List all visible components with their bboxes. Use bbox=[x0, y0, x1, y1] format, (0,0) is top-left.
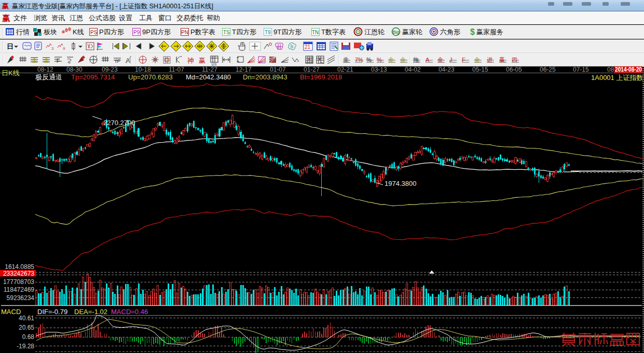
svg-text:进: 进 bbox=[487, 57, 492, 63]
svg-text:赢家轮: 赢家轮 bbox=[402, 28, 422, 36]
svg-text:K线: K线 bbox=[73, 28, 84, 36]
svg-text:P9: P9 bbox=[133, 30, 140, 35]
svg-text:TS: TS bbox=[223, 30, 230, 35]
svg-text:T数字表: T数字表 bbox=[321, 28, 346, 36]
svg-text:赢: 赢 bbox=[499, 57, 505, 63]
svg-text:工具: 工具 bbox=[139, 14, 153, 22]
svg-text:04-23: 04-23 bbox=[439, 66, 455, 73]
svg-text:TN: TN bbox=[312, 30, 319, 35]
svg-text:Dn=2003.8943: Dn=2003.8943 bbox=[243, 73, 287, 81]
svg-text:Md=2042.3480: Md=2042.3480 bbox=[186, 73, 231, 81]
svg-text:01-27: 01-27 bbox=[304, 66, 320, 73]
svg-text:F: F bbox=[57, 58, 60, 64]
svg-text:06-05: 06-05 bbox=[506, 66, 522, 73]
svg-text:09-23: 09-23 bbox=[102, 66, 118, 73]
svg-text:P数字表: P数字表 bbox=[190, 28, 215, 36]
svg-text:MACD=0.46: MACD=0.46 bbox=[111, 308, 148, 316]
svg-text:3: 3 bbox=[51, 46, 54, 51]
svg-text:9P四方形: 9P四方形 bbox=[142, 28, 171, 36]
svg-text:7%: 7% bbox=[355, 57, 363, 63]
svg-text:P四方形: P四方形 bbox=[99, 28, 124, 36]
svg-text:赢: 赢 bbox=[199, 57, 205, 64]
svg-text:01-07: 01-07 bbox=[270, 66, 286, 73]
svg-text:Big: Big bbox=[393, 30, 400, 35]
svg-text:2270.2700: 2270.2700 bbox=[103, 119, 135, 127]
svg-text:韭: 韭 bbox=[343, 57, 349, 63]
svg-text:T9: T9 bbox=[265, 30, 271, 35]
svg-text:赢: 赢 bbox=[2, 2, 9, 10]
svg-text:08-12: 08-12 bbox=[37, 66, 53, 73]
svg-text:05-15: 05-15 bbox=[472, 66, 488, 73]
svg-text:T四方形: T四方形 bbox=[232, 28, 256, 36]
svg-text:日: 日 bbox=[7, 43, 13, 50]
svg-text:%: % bbox=[377, 57, 382, 63]
svg-text:神: 神 bbox=[187, 57, 194, 64]
svg-text:Up=2070.6283: Up=2070.6283 bbox=[128, 73, 173, 81]
svg-text:2014-08-20: 2014-08-20 bbox=[615, 66, 642, 73]
svg-text:9: 9 bbox=[63, 46, 65, 51]
svg-text:Bt=1969.2018: Bt=1969.2018 bbox=[300, 73, 342, 81]
svg-text:交易委托: 交易委托 bbox=[176, 14, 203, 22]
svg-text:07-15: 07-15 bbox=[573, 66, 589, 73]
svg-text:MACD: MACD bbox=[1, 308, 21, 316]
svg-text:": " bbox=[180, 55, 182, 60]
svg-text:Tp=2095.7314: Tp=2095.7314 bbox=[71, 73, 115, 81]
svg-text:1614.0885: 1614.0885 bbox=[5, 263, 34, 270]
svg-text:文件: 文件 bbox=[13, 14, 27, 22]
svg-text:赢家服务: 赢家服务 bbox=[476, 28, 503, 36]
svg-text:11-27: 11-27 bbox=[202, 66, 217, 73]
svg-text:金: 金 bbox=[474, 57, 480, 63]
svg-text:Α: Α bbox=[426, 57, 430, 63]
svg-text:-19.28: -19.28 bbox=[17, 343, 34, 350]
svg-text:06-25: 06-25 bbox=[540, 66, 556, 73]
svg-text:n²: n² bbox=[115, 58, 120, 64]
svg-text:金: 金 bbox=[400, 57, 406, 63]
svg-text:08-30: 08-30 bbox=[66, 66, 83, 73]
svg-text:DIF=-0.79: DIF=-0.79 bbox=[37, 308, 67, 316]
svg-text:金: 金 bbox=[388, 57, 394, 63]
svg-text:赢家江恩专业版[赢家内部服务平台] - [上证指数 SH1: 赢家江恩专业版[赢家内部服务平台] - [上证指数 SH1A0001-251日K… bbox=[12, 3, 213, 10]
svg-text:12-17: 12-17 bbox=[236, 66, 252, 73]
svg-text:DEA=-1.02: DEA=-1.02 bbox=[74, 308, 107, 316]
svg-text:59236234: 59236234 bbox=[7, 294, 35, 302]
svg-text:40.61: 40.61 bbox=[19, 315, 34, 322]
svg-text:公式选股: 公式选股 bbox=[89, 14, 116, 22]
svg-text:1A0001 上证指数: 1A0001 上证指数 bbox=[591, 74, 643, 82]
svg-text:金: 金 bbox=[32, 57, 37, 63]
svg-text:20.65: 20.65 bbox=[19, 324, 34, 331]
svg-text:02-21: 02-21 bbox=[337, 66, 353, 73]
svg-text:极反通道: 极反通道 bbox=[35, 73, 62, 81]
svg-text:21: 21 bbox=[305, 44, 311, 50]
svg-text:帮助: 帮助 bbox=[207, 14, 220, 22]
svg-text:六角形: 六角形 bbox=[440, 28, 460, 36]
svg-text:赢: 赢 bbox=[2, 13, 10, 22]
svg-text:窗口: 窗口 bbox=[158, 14, 172, 22]
svg-text:9T四方形: 9T四方形 bbox=[273, 28, 302, 36]
svg-text:123: 123 bbox=[211, 63, 217, 66]
svg-text:118472469: 118472469 bbox=[4, 286, 35, 293]
svg-text:177708703: 177708703 bbox=[3, 278, 34, 286]
svg-text:PS: PS bbox=[90, 30, 98, 35]
svg-text:金: 金 bbox=[437, 57, 443, 63]
svg-text:板块: 板块 bbox=[44, 28, 57, 36]
svg-text:行情: 行情 bbox=[16, 28, 30, 36]
svg-text:四: 四 bbox=[512, 57, 517, 63]
svg-text:%: % bbox=[366, 57, 372, 63]
svg-text:江恩: 江恩 bbox=[70, 14, 83, 22]
svg-text:F: F bbox=[462, 57, 465, 63]
svg-text:日K线: 日K线 bbox=[2, 69, 20, 77]
svg-text:江恩轮: 江恩轮 bbox=[364, 28, 385, 36]
svg-text:0.68: 0.68 bbox=[22, 333, 35, 341]
svg-text:04-02: 04-02 bbox=[405, 66, 421, 73]
svg-text:1974.3800: 1974.3800 bbox=[385, 180, 416, 187]
svg-text:03-13: 03-13 bbox=[371, 66, 387, 73]
svg-text:浏览: 浏览 bbox=[34, 14, 47, 22]
svg-text:11-07: 11-07 bbox=[169, 66, 184, 73]
svg-text:设置: 设置 bbox=[119, 14, 132, 22]
svg-text:PN: PN bbox=[181, 30, 188, 35]
svg-text:拖: 拖 bbox=[413, 57, 419, 63]
svg-text:J: J bbox=[449, 57, 453, 63]
svg-text:金: 金 bbox=[44, 57, 49, 63]
svg-text:233242673: 233242673 bbox=[3, 270, 34, 277]
svg-text:$: $ bbox=[470, 28, 475, 36]
